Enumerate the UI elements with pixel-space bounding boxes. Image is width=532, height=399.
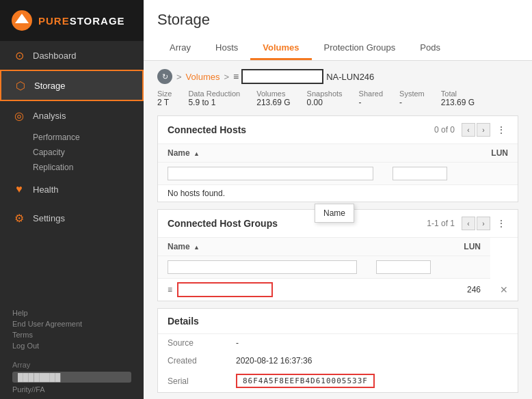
host-group-table-row: ≡ 246 ✕ xyxy=(158,279,518,301)
table-row: No hosts found. xyxy=(158,185,518,202)
sidebar-item-capacity[interactable]: Capacity xyxy=(33,145,144,160)
breadcrumb-icon-vol: ≡ xyxy=(233,71,239,82)
sidebar-item-dashboard[interactable]: ⊙ Dashboard xyxy=(0,41,144,70)
col-search-name-header xyxy=(158,256,367,279)
breadcrumb-volumes-link[interactable]: Volumes xyxy=(186,72,220,82)
lun-search-input[interactable] xyxy=(393,167,447,180)
details-label-serial: Serial xyxy=(158,370,226,392)
more-options-button[interactable]: ⋮ xyxy=(494,123,508,137)
host-groups-nav: ‹ › xyxy=(462,217,490,230)
page-title: Storage xyxy=(157,11,518,29)
details-row-serial: Serial 86F4A5F8EEFB4D610005533F xyxy=(158,370,518,392)
breadcrumb-suffix: NA-LUN246 xyxy=(326,72,374,82)
hg-lun-value: 246 xyxy=(367,279,490,301)
sidebar-item-performance[interactable]: Performance xyxy=(33,130,144,145)
details-title: Details xyxy=(168,316,508,327)
details-value-source: - xyxy=(226,334,518,352)
content-area: ↻ > Volumes > ≡ NA-LUN246 Size 2 T Data … xyxy=(144,61,532,399)
dashboard-icon: ⊙ xyxy=(12,49,26,62)
sidebar-item-health[interactable]: ♥ Health xyxy=(0,175,144,204)
tab-bar: Array Hosts Volumes Protection Groups Po… xyxy=(157,37,518,60)
logout-link[interactable]: Log Out xyxy=(12,340,131,351)
sidebar-item-label: Dashboard xyxy=(33,51,77,61)
connected-host-groups-table: Name ▲ LUN xyxy=(158,238,518,301)
sidebar-bottom: Help End User Agreement Terms Log Out xyxy=(0,301,144,358)
col-search-lun-header xyxy=(383,163,518,185)
next-page-button[interactable]: › xyxy=(477,123,490,137)
col-header-name: Name ▲ xyxy=(158,144,383,163)
refresh-icon[interactable]: ↻ xyxy=(157,69,172,84)
stat-size: Size 2 T xyxy=(157,90,172,107)
sidebar-item-label: Health xyxy=(33,184,59,195)
details-header: Details xyxy=(158,309,518,334)
hg-name-input[interactable] xyxy=(177,282,273,297)
stat-snapshots: Snapshots 0.00 xyxy=(307,90,343,107)
stat-shared: Shared - xyxy=(359,90,383,107)
sidebar: PURESTORAGE ⊙ Dashboard ⬡ Storage ◎ Anal… xyxy=(0,0,144,399)
sidebar-item-storage[interactable]: ⬡ Storage xyxy=(0,70,144,101)
stat-data-reduction: Data Reduction 5.9 to 1 xyxy=(188,90,240,107)
col-header-name: Name ▲ xyxy=(158,238,367,256)
tab-array[interactable]: Array xyxy=(157,37,203,60)
details-label-source: Source xyxy=(158,334,226,352)
stat-system: System - xyxy=(399,90,425,107)
sidebar-item-settings[interactable]: ⚙ Settings xyxy=(0,204,144,232)
no-items-message: No hosts found. xyxy=(158,185,518,202)
hg-icon: ≡ xyxy=(168,285,172,294)
health-icon: ♥ xyxy=(12,182,26,196)
stats-row: Size 2 T Data Reduction 5.9 to 1 Volumes… xyxy=(157,90,518,107)
next-page-button[interactable]: › xyxy=(477,217,490,230)
tab-hosts[interactable]: Hosts xyxy=(203,37,250,60)
connected-hosts-nav: ‹ › xyxy=(462,123,490,137)
name-tooltip: Name xyxy=(315,204,354,223)
col-header-lun: LUN xyxy=(383,144,518,163)
breadcrumb-sep2: > xyxy=(224,72,229,82)
purestorage-logo-icon xyxy=(11,10,33,31)
serial-value: 86F4A5F8EEFB4D610005533F xyxy=(236,374,375,388)
details-value-created: 2020-08-12 16:37:36 xyxy=(226,352,518,370)
main-content: Storage Array Hosts Volumes Protection G… xyxy=(144,0,532,399)
prev-page-button[interactable]: ‹ xyxy=(462,217,475,230)
more-options-button[interactable]: ⋮ xyxy=(494,217,508,230)
hg-name-cell: ≡ xyxy=(158,279,367,301)
sort-icon: ▲ xyxy=(194,244,200,251)
eula-link[interactable]: End User Agreement xyxy=(12,318,131,329)
sidebar-item-analysis[interactable]: ◎ Analysis xyxy=(0,101,144,130)
settings-icon: ⚙ xyxy=(12,211,26,225)
details-value-serial: 86F4A5F8EEFB4D610005533F xyxy=(226,370,518,392)
array-version: Purity//FA xyxy=(0,384,144,399)
connected-host-groups-section: Connected Host Groups 1-1 of 1 ‹ › ⋮ Nam… xyxy=(157,209,518,301)
name-search-input[interactable] xyxy=(168,167,373,180)
sidebar-item-label: Storage xyxy=(34,81,66,91)
sort-icon: ▲ xyxy=(194,150,200,157)
prev-page-button[interactable]: ‹ xyxy=(462,123,475,137)
storage-icon: ⬡ xyxy=(14,79,27,92)
tab-protection-groups[interactable]: Protection Groups xyxy=(312,37,408,60)
stat-total: Total 213.69 G xyxy=(441,90,475,107)
details-section: Details Source - Created 2020-08-12 16:3… xyxy=(157,308,518,393)
details-row-created: Created 2020-08-12 16:37:36 xyxy=(158,352,518,370)
breadcrumb-sep1: > xyxy=(176,72,182,82)
connected-host-groups-title: Connected Host Groups xyxy=(168,218,427,229)
hg-lun-search-input[interactable] xyxy=(376,260,431,274)
array-label: Array xyxy=(0,358,144,370)
terms-link[interactable]: Terms xyxy=(12,329,131,340)
details-label-created: Created xyxy=(158,352,226,370)
sidebar-item-replication[interactable]: Replication xyxy=(33,160,144,175)
logo-text: PURESTORAGE xyxy=(38,15,125,27)
sidebar-item-label: Analysis xyxy=(33,111,66,121)
details-row-source: Source - xyxy=(158,334,518,352)
stat-volumes: Volumes 213.69 G xyxy=(256,90,290,107)
connected-host-groups-count: 1-1 of 1 xyxy=(427,219,455,228)
tab-pods[interactable]: Pods xyxy=(408,37,453,60)
analysis-icon: ◎ xyxy=(12,109,26,122)
tab-volumes[interactable]: Volumes xyxy=(250,37,311,60)
hg-delete-button[interactable]: ✕ xyxy=(500,284,508,295)
help-link[interactable]: Help xyxy=(12,307,131,318)
connected-hosts-header: Connected Hosts 0 of 0 ‹ › ⋮ xyxy=(158,116,518,144)
breadcrumb-name-input[interactable] xyxy=(241,69,323,84)
hg-name-search-input[interactable] xyxy=(168,260,357,274)
connected-hosts-title: Connected Hosts xyxy=(168,124,434,135)
details-table: Source - Created 2020-08-12 16:37:36 Ser… xyxy=(158,334,518,392)
breadcrumb-current: ≡ NA-LUN246 xyxy=(233,69,374,84)
